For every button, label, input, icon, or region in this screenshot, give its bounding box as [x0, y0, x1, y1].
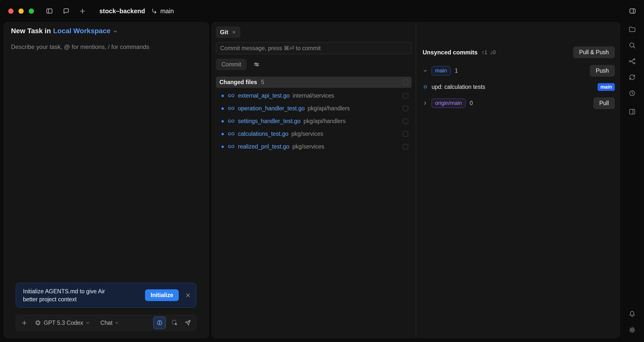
changed-files-list: GO external_api_test.go internal/service…	[216, 89, 412, 153]
new-tab-plus-icon[interactable]	[78, 7, 86, 15]
mode-selector[interactable]: Chat	[100, 320, 119, 326]
file-path: internal/services	[292, 92, 334, 99]
changed-files-label: Changed files	[220, 79, 257, 86]
file-path: pkg/services	[291, 130, 323, 137]
modified-dot-icon	[222, 94, 224, 97]
sync-changes-icon[interactable]	[628, 73, 636, 82]
file-path: pkg/api/handlers	[308, 105, 350, 112]
file-path: pkg/services	[292, 143, 324, 150]
local-branch-badge: main	[432, 66, 450, 76]
remote-branch-badge: origin/main	[432, 98, 466, 108]
go-file-icon: GO	[228, 119, 235, 124]
file-path: pkg/api/handlers	[304, 118, 346, 124]
file-row[interactable]: GO settings_handler_test.go pkg/api/hand…	[216, 115, 412, 128]
minimize-window-button[interactable]	[18, 8, 24, 14]
stage-file-checkbox[interactable]	[403, 118, 408, 124]
modified-dot-icon	[222, 107, 224, 110]
thinking-toggle-button[interactable]	[153, 316, 166, 329]
search-icon[interactable]	[628, 41, 636, 50]
chat-icon[interactable]	[62, 7, 70, 15]
panel-layout-icon[interactable]	[628, 107, 636, 116]
file-name: settings_handler_test.go	[238, 118, 300, 124]
file-name: external_api_test.go	[238, 92, 290, 99]
sync-counters: ↑1 ↓0	[482, 49, 496, 56]
file-name: operation_handler_test.go	[238, 105, 304, 112]
window-title: stock–backend	[99, 8, 145, 15]
commit-options-sliders-icon[interactable]	[253, 61, 260, 68]
modified-dot-icon	[222, 133, 224, 135]
select-region-icon[interactable]	[171, 319, 178, 326]
git-column: Git Commit Changed files 5	[212, 22, 416, 338]
chevron-down-icon	[113, 29, 118, 34]
stage-file-checkbox[interactable]	[403, 131, 408, 136]
file-name: realized_pnl_test.go	[238, 143, 289, 150]
remote-branch-row[interactable]: origin/main 0 Pull	[422, 97, 615, 109]
stage-file-checkbox[interactable]	[403, 144, 408, 149]
agents-banner: Initialize AGENTS.md to give Air better …	[16, 283, 196, 308]
commit-message: upd: calculation tests	[432, 84, 485, 90]
file-row[interactable]: GO calculations_test.go pkg/services	[216, 128, 412, 140]
changed-files-count: 5	[261, 79, 264, 86]
agents-banner-text: Initialize AGENTS.md to give Air better …	[23, 287, 105, 303]
model-selector[interactable]: GPT 5.3 Codex	[35, 320, 90, 326]
current-branch-name[interactable]: main	[160, 8, 174, 15]
files-folder-icon[interactable]	[628, 25, 636, 34]
unsynced-commits-header: Unsynced commits ↑1 ↓0 Pull & Push	[422, 46, 615, 58]
commit-row[interactable]: upd: calculation tests main	[422, 81, 615, 93]
chevron-down-icon	[114, 321, 119, 325]
remote-commit-count: 0	[470, 100, 473, 106]
changed-files-header: Changed files 5	[216, 77, 412, 88]
git-tab-label: Git	[220, 29, 228, 36]
local-branch-row[interactable]: main 1 Push	[422, 65, 615, 77]
file-row[interactable]: GO realized_pnl_test.go pkg/services	[216, 140, 412, 153]
stage-file-checkbox[interactable]	[403, 93, 408, 98]
source-control-graph-icon[interactable]	[628, 57, 636, 66]
stage-file-checkbox[interactable]	[403, 106, 408, 111]
send-icon[interactable]	[184, 319, 191, 326]
toggle-right-panel-icon[interactable]	[628, 7, 636, 15]
stage-all-checkbox[interactable]	[403, 80, 408, 85]
modified-dot-icon	[222, 120, 224, 122]
app-window: stock–backend main New Task in Local Wor…	[0, 0, 644, 342]
settings-gear-icon[interactable]	[628, 326, 636, 334]
new-task-label: New Task in	[11, 27, 51, 35]
zoom-window-button[interactable]	[29, 8, 34, 14]
git-main-panel: Git Commit Changed files 5	[212, 22, 620, 338]
traffic-lights	[8, 8, 34, 14]
unsynced-commits-title: Unsynced commits	[422, 49, 478, 56]
close-window-button[interactable]	[8, 8, 14, 14]
notifications-bell-icon[interactable]	[628, 310, 636, 318]
close-tab-icon[interactable]	[232, 30, 236, 35]
openai-logo-icon	[35, 320, 41, 326]
sync-column: Unsynced commits ↑1 ↓0 Pull & Push main …	[416, 22, 620, 338]
workspace-selector[interactable]: Local Workspace	[53, 27, 110, 35]
composer-toolbar: GPT 5.3 Codex Chat	[16, 315, 196, 331]
history-clock-icon[interactable]	[628, 89, 636, 97]
git-tab[interactable]: Git	[216, 26, 240, 38]
chevron-down-icon[interactable]	[422, 68, 429, 74]
add-context-plus-icon[interactable]	[21, 320, 28, 326]
task-input[interactable]: Describe your task, @ for mentions, / fo…	[11, 44, 149, 50]
go-file-icon: GO	[228, 132, 235, 136]
commit-message-input[interactable]	[216, 42, 412, 54]
mode-name: Chat	[100, 320, 112, 326]
initialize-button[interactable]: Initialize	[145, 289, 179, 301]
commit-button[interactable]: Commit	[216, 59, 246, 70]
chevron-down-icon	[86, 321, 90, 325]
model-name: GPT 5.3 Codex	[44, 320, 83, 326]
close-icon[interactable]	[185, 292, 191, 298]
brain-icon	[156, 320, 163, 326]
pull-button[interactable]: Pull	[593, 97, 615, 109]
file-row[interactable]: GO operation_handler_test.go pkg/api/han…	[216, 102, 412, 115]
file-name: calculations_test.go	[238, 130, 288, 137]
chevron-right-icon[interactable]	[422, 100, 429, 106]
local-commit-count: 1	[455, 68, 458, 74]
go-file-icon: GO	[228, 106, 235, 111]
task-heading: New Task in Local Workspace	[11, 27, 118, 35]
toggle-left-sidebar-icon[interactable]	[46, 7, 54, 15]
file-row[interactable]: GO external_api_test.go internal/service…	[216, 89, 412, 102]
pull-and-push-button[interactable]: Pull & Push	[573, 46, 615, 58]
go-file-icon: GO	[228, 144, 235, 149]
titlebar: stock–backend main	[0, 0, 644, 22]
push-button[interactable]: Push	[590, 65, 615, 77]
